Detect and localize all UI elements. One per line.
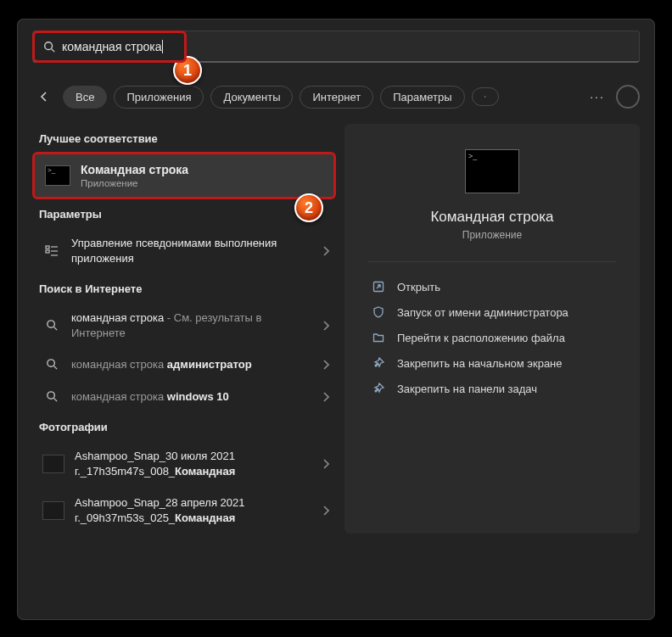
section-best-match: Лучшее соответствие xyxy=(39,132,336,145)
action-run-admin-label: Запуск от имени администратора xyxy=(397,306,568,319)
filter-settings[interactable]: Параметры xyxy=(380,86,464,109)
svg-line-1 xyxy=(52,49,55,53)
filter-web[interactable]: Интернет xyxy=(300,86,373,109)
pin-icon xyxy=(372,382,385,395)
web-result-1-text: командная строка - См. результаты в Инте… xyxy=(71,310,312,340)
web-result-3-text: командная строка windows 10 xyxy=(71,389,312,405)
chevron-right-icon xyxy=(322,360,329,370)
filter-more[interactable] xyxy=(472,87,499,106)
search-icon xyxy=(46,390,59,403)
svg-point-0 xyxy=(45,42,53,50)
cmd-icon xyxy=(45,165,70,186)
more-button[interactable]: ··· xyxy=(585,85,609,109)
annotation-badge-2: 2 xyxy=(294,193,323,222)
preview-pane: Командная строка Приложение Открыть Запу… xyxy=(344,124,640,534)
settings-alias-label: Управление псевдонимами выполнения прило… xyxy=(71,236,312,265)
search-row: командная строка xyxy=(32,31,640,63)
web-result-2-text: командная строка администратор xyxy=(71,357,312,372)
svg-line-8 xyxy=(53,327,57,331)
best-match-item[interactable]: Командная строка Приложение xyxy=(32,152,336,199)
web-result-3[interactable]: командная строка windows 10 xyxy=(32,381,336,413)
search-box-highlight[interactable]: командная строка xyxy=(32,31,187,63)
results-list: Лучшее соответствие Командная строка При… xyxy=(32,124,336,534)
best-match-subtitle: Приложение xyxy=(81,178,188,188)
shield-icon xyxy=(372,305,385,319)
preview-icon xyxy=(465,149,519,193)
action-pin-start[interactable]: Закрепить на начальном экране xyxy=(368,350,616,376)
web-result-2[interactable]: командная строка администратор xyxy=(32,349,336,381)
divider xyxy=(368,261,616,262)
play-icon xyxy=(484,92,486,101)
text-caret xyxy=(162,40,163,53)
start-search-panel: командная строка Все Приложения Документ… xyxy=(17,19,655,620)
photo-result-2-text: Ashampoo_Snap_28 апреля 2021 г._09h37m53… xyxy=(75,495,312,525)
photo-thumb xyxy=(42,455,64,473)
svg-rect-2 xyxy=(46,246,49,249)
chevron-right-icon xyxy=(322,506,329,516)
photo-result-2[interactable]: Ashampoo_Snap_28 апреля 2021 г._09h37m53… xyxy=(32,487,336,534)
preview-title: Командная строка xyxy=(430,209,553,226)
search-icon xyxy=(46,358,59,371)
filter-documents[interactable]: Документы xyxy=(210,86,293,109)
best-match-title: Командная строка xyxy=(81,163,188,176)
search-input[interactable]: командная строка xyxy=(62,40,162,53)
folder-icon xyxy=(372,331,385,344)
action-run-admin[interactable]: Запуск от имени администратора xyxy=(368,299,616,325)
chevron-right-icon xyxy=(322,459,329,469)
action-pin-taskbar[interactable]: Закрепить на панели задач xyxy=(368,376,616,401)
chevron-right-icon xyxy=(322,392,329,402)
filter-apps[interactable]: Приложения xyxy=(114,86,204,109)
action-open-location[interactable]: Перейти к расположению файла xyxy=(368,325,616,350)
search-icon xyxy=(46,319,59,332)
photo-result-1[interactable]: Ashampoo_Snap_30 июля 2021 г._17h35m47s_… xyxy=(32,440,336,487)
back-button[interactable] xyxy=(32,85,56,109)
action-pin-start-label: Закрепить на начальном экране xyxy=(397,357,563,370)
web-result-1[interactable]: командная строка - См. результаты в Инте… xyxy=(32,302,336,349)
preview-subtitle: Приложение xyxy=(462,229,522,241)
action-open-label: Открыть xyxy=(397,281,440,293)
open-icon xyxy=(372,280,385,293)
section-photos: Фотографии xyxy=(39,421,336,433)
settings-alias-row[interactable]: Управление псевдонимами выполнения прило… xyxy=(32,227,336,274)
svg-point-11 xyxy=(47,392,53,399)
chevron-right-icon xyxy=(322,246,329,256)
pin-icon xyxy=(372,356,385,370)
action-pin-taskbar-label: Закрепить на панели задач xyxy=(397,383,537,395)
svg-line-10 xyxy=(53,366,57,370)
arrow-left-icon xyxy=(37,90,51,103)
photo-result-1-text: Ashampoo_Snap_30 июля 2021 г._17h35m47s_… xyxy=(75,449,312,478)
chevron-right-icon xyxy=(322,321,329,331)
svg-rect-3 xyxy=(46,250,49,253)
action-open[interactable]: Открыть xyxy=(368,274,616,299)
svg-point-7 xyxy=(47,321,53,327)
search-icon xyxy=(43,41,55,53)
section-web-search: Поиск в Интернете xyxy=(39,282,336,295)
settings-list-icon xyxy=(42,244,61,258)
photo-thumb xyxy=(42,501,64,520)
svg-point-9 xyxy=(47,360,53,366)
svg-line-12 xyxy=(53,398,57,401)
action-open-location-label: Перейти к расположению файла xyxy=(397,332,565,344)
filter-all[interactable]: Все xyxy=(63,86,107,109)
section-parameters: Параметры xyxy=(39,208,336,221)
filter-row: Все Приложения Документы Интернет Параме… xyxy=(32,85,640,109)
profile-button[interactable] xyxy=(616,85,640,109)
